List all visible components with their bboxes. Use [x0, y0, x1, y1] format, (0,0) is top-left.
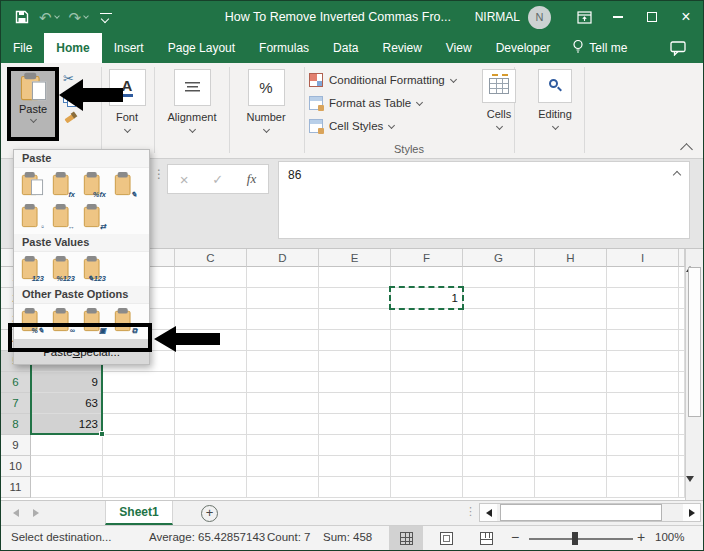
- paste-option-values-source-formatting[interactable]: ✎123: [81, 255, 107, 282]
- grid-cell-a8[interactable]: 123: [31, 414, 103, 435]
- grid-cell-i4[interactable]: [607, 330, 679, 351]
- grid-cell-i6[interactable]: [607, 372, 679, 393]
- format-as-table-button[interactable]: Format as Table: [309, 91, 456, 114]
- tab-formulas[interactable]: Formulas: [247, 33, 321, 63]
- grid-cell-f4[interactable]: [391, 330, 463, 351]
- grid-cell-d3[interactable]: [247, 309, 319, 330]
- cell-styles-button[interactable]: Cell Styles: [309, 114, 456, 137]
- save-icon[interactable]: [15, 10, 29, 24]
- grid-cell-c1[interactable]: [175, 267, 247, 288]
- grid-cell-b9[interactable]: [103, 435, 175, 456]
- grid-cell-h10[interactable]: [535, 456, 607, 477]
- grid-cell-g5[interactable]: [463, 351, 535, 372]
- grid-cell-f5[interactable]: [391, 351, 463, 372]
- paste-option-keep-source-column-widths[interactable]: ↔: [50, 203, 76, 230]
- grid-cell-h11[interactable]: [535, 477, 607, 498]
- grid-cell-d11[interactable]: [247, 477, 319, 498]
- grid-cell-e9[interactable]: [319, 435, 391, 456]
- grid-cell-e11[interactable]: [319, 477, 391, 498]
- grid-cell-b10[interactable]: [103, 456, 175, 477]
- tab-view[interactable]: View: [434, 33, 484, 63]
- row-header-6[interactable]: 6: [1, 372, 31, 393]
- formula-bar-input[interactable]: 86: [278, 161, 690, 239]
- grid-cell-e3[interactable]: [319, 309, 391, 330]
- paste-dropdown-chevron-icon[interactable]: [29, 116, 36, 123]
- grid-cell-g2[interactable]: [463, 288, 535, 309]
- collapse-ribbon-icon[interactable]: [680, 143, 693, 156]
- row-header-9[interactable]: 9: [1, 435, 31, 456]
- format-painter-icon[interactable]: [63, 110, 97, 130]
- grid-cell-d7[interactable]: [247, 393, 319, 414]
- page-layout-view-button[interactable]: [429, 526, 463, 550]
- grid-cell-h3[interactable]: [535, 309, 607, 330]
- row-header-10[interactable]: 10: [1, 456, 31, 477]
- normal-view-button[interactable]: [389, 526, 423, 550]
- grid-cell-i10[interactable]: [607, 456, 679, 477]
- grid-cell-g6[interactable]: [463, 372, 535, 393]
- grid-cell-c11[interactable]: [175, 477, 247, 498]
- grid-cell-c6[interactable]: [175, 372, 247, 393]
- grid-cell-d9[interactable]: [247, 435, 319, 456]
- row-header-7[interactable]: 7: [1, 393, 31, 414]
- tab-review[interactable]: Review: [370, 33, 433, 63]
- editing-group[interactable]: Editing: [532, 69, 578, 129]
- avatar[interactable]: N: [528, 6, 551, 29]
- alignment-group[interactable]: Alignment: [160, 69, 224, 132]
- tab-page-layout[interactable]: Page Layout: [156, 33, 247, 63]
- grid-cell-g3[interactable]: [463, 309, 535, 330]
- grid-cell-h6[interactable]: [535, 372, 607, 393]
- grid-cell-i3[interactable]: [607, 309, 679, 330]
- paste-option-formulas-number-formatting[interactable]: %fx: [81, 171, 107, 198]
- grid-cell-b11[interactable]: [103, 477, 175, 498]
- grid-cell-f6[interactable]: [391, 372, 463, 393]
- grid-cell-i1[interactable]: [607, 267, 679, 288]
- zoom-in-button[interactable]: +: [637, 529, 645, 545]
- grid-cell-h5[interactable]: [535, 351, 607, 372]
- zoom-level[interactable]: 100%: [655, 531, 684, 543]
- grid-cell-e5[interactable]: [319, 351, 391, 372]
- tab-developer[interactable]: Developer: [484, 33, 563, 63]
- grid-cell-e2[interactable]: [319, 288, 391, 309]
- grid-cell-g9[interactable]: [463, 435, 535, 456]
- grid-cell-b8[interactable]: [103, 414, 175, 435]
- column-header-e[interactable]: E: [319, 249, 391, 267]
- zoom-slider-thumb[interactable]: [572, 532, 578, 545]
- grid-cell-i9[interactable]: [607, 435, 679, 456]
- grid-cell-i7[interactable]: [607, 393, 679, 414]
- paste-option-values-number-formatting[interactable]: %123: [50, 255, 76, 282]
- grid-cell-f11[interactable]: [391, 477, 463, 498]
- grid-cell-a7[interactable]: 63: [31, 393, 103, 414]
- grid-cell-f10[interactable]: [391, 456, 463, 477]
- account-name[interactable]: NIRMAL: [475, 10, 520, 24]
- enter-entry-icon[interactable]: ✓: [212, 172, 223, 187]
- paste-option-values[interactable]: 123: [19, 255, 45, 282]
- undo-icon[interactable]: ↶: [39, 10, 59, 25]
- close-button[interactable]: ×: [669, 1, 703, 33]
- grid-cell-g1[interactable]: [463, 267, 535, 288]
- grid-cell-c8[interactable]: [175, 414, 247, 435]
- horizontal-scroll-thumb[interactable]: [500, 504, 662, 521]
- grid-cell-i5[interactable]: [607, 351, 679, 372]
- grid-cell-d2[interactable]: [247, 288, 319, 309]
- tab-file[interactable]: File: [1, 33, 44, 63]
- previous-sheet-icon[interactable]: [13, 509, 19, 517]
- grid-cell-b6[interactable]: [103, 372, 175, 393]
- comment-icon[interactable]: [670, 33, 687, 63]
- grid-cell-g11[interactable]: [463, 477, 535, 498]
- grid-cell-d5[interactable]: [247, 351, 319, 372]
- grid-cell-f8[interactable]: [391, 414, 463, 435]
- vertical-scrollbar[interactable]: [685, 249, 703, 500]
- collapse-formula-bar-icon[interactable]: [673, 171, 681, 179]
- scroll-down-icon[interactable]: [686, 476, 694, 499]
- page-break-view-button[interactable]: [469, 526, 503, 550]
- grid-cell-h1[interactable]: [535, 267, 607, 288]
- grid-cell-d1[interactable]: [247, 267, 319, 288]
- paste-option-formatting[interactable]: %✎: [19, 307, 45, 334]
- paste-option-linked-picture[interactable]: ⧉: [112, 307, 138, 334]
- grid-cell-f2[interactable]: 1: [391, 288, 463, 309]
- vertical-scroll-thumb[interactable]: [688, 267, 701, 417]
- grid-cell-g10[interactable]: [463, 456, 535, 477]
- grid-cell-h4[interactable]: [535, 330, 607, 351]
- grid-cell-e10[interactable]: [319, 456, 391, 477]
- grid-cell-a10[interactable]: [31, 456, 103, 477]
